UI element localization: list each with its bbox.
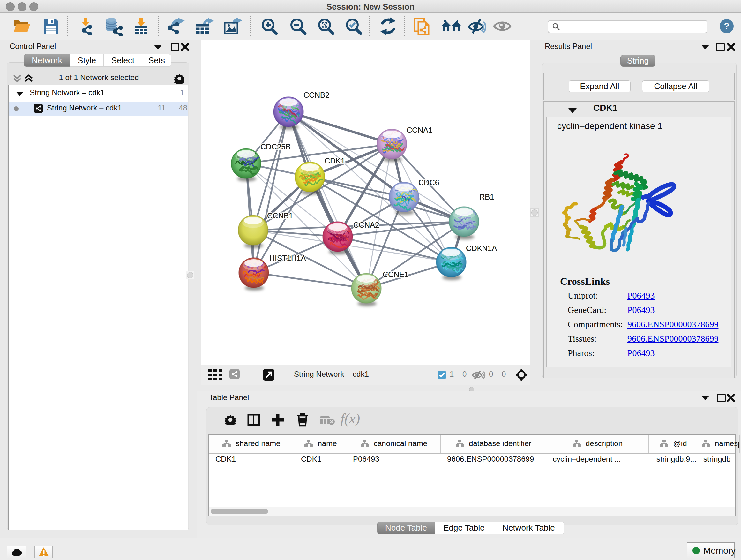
svg-text:CCNB1: CCNB1 (267, 211, 293, 220)
svg-text:RB1: RB1 (479, 192, 494, 201)
svg-text:CDC25B: CDC25B (260, 142, 291, 151)
svg-text:CCNE1: CCNE1 (383, 270, 408, 279)
svg-text:CDK1: CDK1 (325, 157, 345, 165)
svg-text:CCNA1: CCNA1 (407, 126, 432, 134)
svg-text:HIST1H1A: HIST1H1A (269, 254, 306, 262)
svg-text:CDKN1A: CDKN1A (466, 244, 497, 253)
svg-text:CCNA2: CCNA2 (353, 221, 379, 229)
svg-text:CDC6: CDC6 (418, 178, 439, 187)
svg-text:CCNB2: CCNB2 (304, 91, 329, 99)
